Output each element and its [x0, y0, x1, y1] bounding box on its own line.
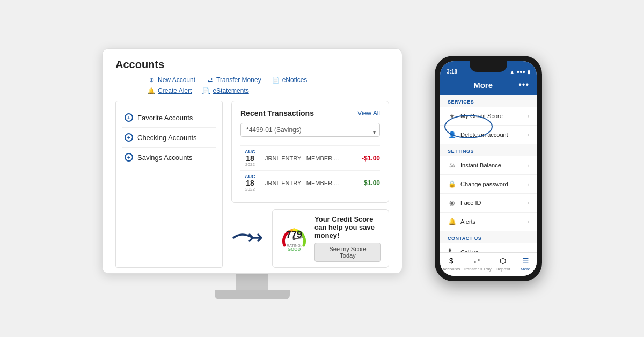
credit-score-row: 779 RATING: GOOD Your Credit Score can h…	[231, 209, 389, 268]
chevron-right-icon-3: ›	[528, 163, 529, 169]
bell-icon-phone: 🔔	[448, 217, 456, 226]
item-left-5: ◉ Face ID	[448, 199, 481, 207]
list-item-alerts[interactable]: 🔔 Alerts ›	[440, 213, 537, 231]
chevron-right-icon: ›	[528, 113, 529, 119]
phone-screen: 3:18 ▲ ●●● ▮ More ••• SERVICES ★	[440, 61, 537, 276]
view-all-link[interactable]: View All	[357, 109, 380, 117]
status-time: 3:18	[447, 69, 457, 75]
table-row: AUG 18 2022 JRNL ENTRY - MEMBER ... -$1.…	[240, 145, 380, 170]
transactions-card: Recent Transactions View All *4499-01 (S…	[231, 101, 389, 203]
monitor-wrapper: Accounts ⊕ New Account ⇄ Transfer Money …	[102, 48, 402, 299]
create-alert-link[interactable]: 🔔 Create Alert	[148, 87, 192, 94]
transfer-money-link[interactable]: ⇄ Transfer Money	[206, 76, 261, 84]
list-item-credit-score[interactable]: ★ My Credit Score ›	[440, 107, 537, 126]
phone-body: SERVICES ★ My Credit Score › 👤 Delete an…	[440, 95, 537, 252]
item-text-6: Alerts	[460, 218, 475, 225]
item-text-3: Instant Balance	[460, 162, 501, 169]
section-label-contact: CONTACT US	[440, 231, 537, 243]
person-icon: 👤	[448, 130, 456, 139]
list-item-instant-balance[interactable]: ⚖ Instant Balance ›	[440, 156, 537, 175]
more-options-button[interactable]: •••	[518, 80, 529, 90]
phone-icon: 📞	[448, 248, 456, 252]
item-left-4: 🔒 Change password	[448, 180, 508, 188]
nav-more[interactable]: ☰ More	[515, 256, 536, 272]
arrow-container	[231, 228, 264, 250]
txn-desc-1: JRNL ENTRY - MEMBER ...	[265, 155, 356, 162]
screen-content: Accounts ⊕ New Account ⇄ Transfer Money …	[103, 49, 402, 273]
enotices-link[interactable]: 📄 eNotices	[272, 76, 308, 84]
transactions-title: Recent Transactions	[240, 109, 314, 118]
chevron-right-icon-6: ›	[528, 219, 529, 225]
transfer-nav-icon: ⇄	[472, 256, 482, 266]
list-item-face-id[interactable]: ◉ Face ID ›	[440, 194, 537, 213]
phone-nav: $ Accounts ⇄ Transfer & Pay ⬡ Deposit ☰ …	[440, 252, 537, 276]
expand-icon: +	[125, 113, 133, 122]
main-area: + Favorite Accounts + Checking Accounts …	[115, 101, 389, 268]
signal-icon: ●●●	[517, 69, 525, 75]
battery-icon: ▮	[528, 69, 530, 75]
account-select-wrapper: *4499-01 (Savings)	[240, 123, 380, 141]
see-score-button[interactable]: See my Score Today	[314, 243, 381, 262]
nav-transfer[interactable]: ⇄ Transfer & Pay	[463, 256, 492, 272]
transfer-icon: ⇄	[206, 76, 214, 84]
expand-icon-3: +	[125, 153, 133, 162]
credit-score-card: 779 RATING: GOOD Your Credit Score can h…	[272, 209, 389, 268]
left-panel: + Favorite Accounts + Checking Accounts …	[115, 101, 223, 268]
estatements-link[interactable]: 📄 eStatements	[202, 87, 248, 94]
expand-icon-2: +	[125, 133, 133, 142]
face-id-icon: ◉	[448, 199, 456, 207]
lock-icon: 🔒	[448, 180, 456, 188]
chevron-right-icon-4: ›	[528, 181, 529, 187]
arrow-icon	[231, 228, 264, 247]
item-text-2: Delete an account	[460, 131, 508, 138]
item-left-2: 👤 Delete an account	[448, 130, 508, 139]
accounts-nav-icon: $	[447, 256, 456, 266]
page-title: Accounts	[115, 58, 389, 71]
txn-date-2: AUG 18 2022	[240, 174, 260, 192]
phone: 3:18 ▲ ●●● ▮ More ••• SERVICES ★	[435, 56, 542, 281]
toolbar-row-1: ⊕ New Account ⇄ Transfer Money 📄 eNotice…	[148, 76, 389, 84]
table-row: AUG 18 2022 JRNL ENTRY - MEMBER ... $1.0…	[240, 170, 380, 195]
list-item-call-us[interactable]: 📞 Call us ›	[440, 243, 537, 252]
nav-deposit[interactable]: ⬡ Deposit	[492, 256, 514, 272]
item-text-5: Face ID	[460, 200, 481, 206]
card-header: Recent Transactions View All	[240, 109, 380, 118]
plus-circle-icon: ⊕	[148, 76, 155, 84]
section-label-services: SERVICES	[440, 95, 537, 107]
monitor-stand-neck	[236, 274, 268, 290]
nav-accounts[interactable]: $ Accounts	[441, 256, 462, 272]
star-icon: ★	[448, 112, 456, 120]
list-item-delete-account[interactable]: 👤 Delete an account ›	[440, 126, 537, 144]
wifi-icon: ▲	[510, 69, 515, 75]
list-item-change-password[interactable]: 🔒 Change password ›	[440, 175, 537, 194]
monitor-stand-base	[215, 290, 290, 299]
txn-amount-2: $1.00	[364, 179, 380, 187]
panel-item-savings[interactable]: + Savings Accounts	[116, 148, 222, 167]
chevron-right-icon-5: ›	[528, 200, 529, 206]
txn-desc-2: JRNL ENTRY - MEMBER ...	[265, 180, 358, 186]
item-left-3: ⚖ Instant Balance	[448, 161, 501, 170]
section-label-settings: SETTINGS	[440, 144, 537, 156]
item-left: ★ My Credit Score	[448, 112, 503, 120]
panel-item-favorites[interactable]: + Favorite Accounts	[116, 108, 222, 127]
doc-icon: 📄	[272, 76, 280, 84]
phone-header-title: More	[473, 80, 493, 90]
new-account-link[interactable]: ⊕ New Account	[148, 76, 195, 84]
item-left-6: 🔔 Alerts	[448, 217, 475, 226]
panel-item-checking[interactable]: + Checking Accounts	[116, 128, 222, 147]
credit-title: Your Credit Score can help you save mone…	[314, 215, 381, 239]
toolbar-row-2: 🔔 Create Alert 📄 eStatements	[148, 87, 389, 94]
phone-header: More •••	[440, 77, 537, 95]
monitor: Accounts ⊕ New Account ⇄ Transfer Money …	[102, 48, 402, 274]
phone-wrapper: 3:18 ▲ ●●● ▮ More ••• SERVICES ★	[435, 56, 542, 281]
chevron-right-icon-2: ›	[528, 132, 529, 138]
balance-icon: ⚖	[448, 161, 456, 170]
credit-info: Your Credit Score can help you save mone…	[314, 215, 381, 262]
account-select[interactable]: *4499-01 (Savings)	[240, 123, 380, 137]
more-nav-icon: ☰	[521, 256, 530, 266]
estatements-icon: 📄	[202, 87, 210, 94]
status-icons: ▲ ●●● ▮	[510, 69, 530, 75]
txn-date-1: AUG 18 2022	[240, 149, 260, 167]
phone-notch	[470, 61, 507, 72]
bell-icon: 🔔	[148, 87, 155, 94]
